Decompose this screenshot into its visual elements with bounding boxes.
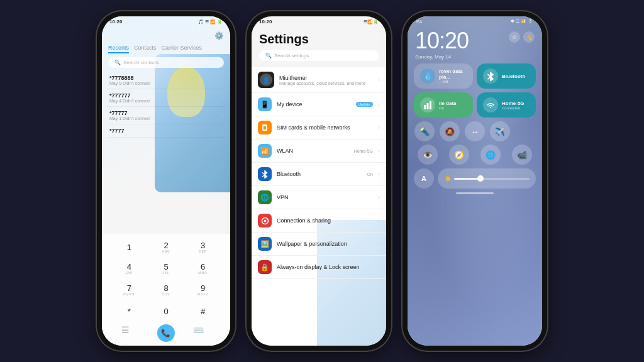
call-button[interactable]: 📞 [157,324,175,342]
chevron-right-icon: › [378,217,380,224]
cc-tile-mobile-data-label: ile data [439,101,467,106]
tab-carrier[interactable]: Carrier Services [162,43,203,53]
mobile-data-icon [420,97,435,112]
home-indicator [456,192,494,194]
cc-tile-mobile-data[interactable]: ile data On [414,92,473,118]
brightness-slider[interactable]: ☀️ [438,168,536,189]
wifi-icon: 📶 [521,19,526,24]
phone-settings: 10:20 ☰📶🔋 Settings 🔍 Search settings 👤 [247,11,391,351]
dialpad-grid: 1 2ABC 3DEF 4GHI 5JKL 6MNO 7PQRS 8TUV 9W… [112,238,220,321]
call-number: *7777 [109,128,125,134]
dial-key-3[interactable]: 3DEF [186,238,220,256]
globe-button[interactable]: 🌐 [480,145,501,165]
eye-button[interactable]: 👁️ [418,145,438,165]
call-date: May 4 Didn't connect [109,99,150,103]
dial-key-8[interactable]: 8TUV [149,280,184,299]
cc-tile-wifi[interactable]: Home-5G Connected [477,92,536,118]
settings-search-placeholder: Search settings [274,53,309,58]
dialer-status-icons: 🎵☰📶🔋 [198,19,223,25]
call-row-2[interactable]: *777777 May 4 Didn't connect › [107,89,225,107]
dialpad-right-placeholder: ⌨️ [193,324,211,342]
settings-search[interactable]: 🔍 Search settings [259,50,379,61]
settings-item-sim[interactable]: SIM cards & mobile networks › [252,116,386,140]
cc-tile-bluetooth-text: Bluetooth [502,74,530,79]
timer-icon[interactable]: ⏱ [509,31,520,43]
call-row-1[interactable]: *7778888 May 9 Didn't connect › [107,72,225,89]
location-button[interactable]: 🧭 [449,145,469,165]
settings-item-device[interactable]: 📱 My device Update › [252,93,386,116]
settings-title: Settings [259,32,379,47]
settings-item-connection[interactable]: Connection & sharing › [252,209,386,233]
settings-item-label: WLAN [277,148,349,154]
settings-item-text: Miuithemer Manage accounts, cloud servic… [279,75,373,85]
dial-key-star[interactable]: * [112,302,147,321]
phone-dialer: 10:20 🎵☰📶🔋 ⚙️ Recents Contacts Carrier S… [97,11,235,351]
sim-icon [258,121,272,134]
dial-key-6[interactable]: 6MNO [186,259,220,278]
settings-item-aod[interactable]: 🔒 Always-on display & Lock screen › [252,256,386,279]
dialer-settings-icon[interactable]: ⚙️ [214,31,224,40]
settings-item-label: Miuithemer [279,75,373,81]
wlan-icon: 📶 [258,144,272,158]
search-icon: 🔍 [114,60,121,65]
dial-key-0[interactable]: 0 [149,302,184,321]
call-date: May 1 Didn't connect [109,116,150,121]
tab-recents[interactable]: Recents [108,43,129,53]
dial-key-9[interactable]: 9WXYZ [186,280,220,299]
settings-item-label: Wallpaper & personalization [277,241,373,247]
no-disturb-button[interactable]: 🔕 [440,121,460,141]
settings-item-label: SIM cards & mobile networks [277,124,373,131]
dial-key-4[interactable]: 4GHI [112,259,147,278]
settings-header: Settings 🔍 Search settings [252,27,386,65]
settings-item-wallpaper[interactable]: 🖼️ Wallpaper & personalization › [252,233,386,256]
settings-item-vpn[interactable]: 🌐 VPN › [252,186,386,209]
cc-tile-wifi-text: Home-5G Connected [502,101,530,110]
dial-key-7[interactable]: 7PQRS [112,280,147,299]
settings-item-bluetooth[interactable]: Bluetooth On › [252,163,386,186]
wifi-tile-icon [483,97,498,112]
call-row-4[interactable]: *7777 [107,124,225,138]
cc-time: 10:20 [415,28,469,54]
chevron-right-icon: › [378,77,380,83]
cc-tile-bluetooth[interactable]: Bluetooth [477,63,536,89]
brightness-bar [454,178,530,180]
chevron-right-icon: › [378,264,380,270]
flashlight-button[interactable]: 🔦 [414,121,435,141]
dial-key-hash[interactable]: # [186,302,220,321]
bluetooth-tile-icon [483,69,498,84]
settings-item-miuithemer[interactable]: 👤 Miuithemer Manage accounts, cloud serv… [252,67,386,93]
chevron-right-icon: › [378,148,380,154]
battery-icon: 🔋 [528,19,533,24]
aod-icon: 🔒 [258,260,272,274]
camera-button[interactable]: 📹 [512,145,532,165]
cc-tile-mobile-data-text: ile data On [439,101,467,110]
dialpad-bottom: ☰ 📞 ⌨️ [112,324,220,342]
cc-tile-data[interactable]: 💧 rown data pla... -- MB [414,63,473,89]
rotate-button[interactable]: ↔️ [465,121,485,141]
settings-item-text: Always-on display & Lock screen [277,264,373,270]
edit-icon[interactable]: ✏️ [523,31,535,43]
signal-icon: ☰ [516,19,519,24]
settings-item-text: Bluetooth [277,171,362,177]
dial-key-5[interactable]: 5JKL [149,259,184,278]
cc-tile-data-text: rown data pla... -- MB [439,69,467,84]
dialpad: 1 2ABC 3DEF 4GHI 5JKL 6MNO 7PQRS 8TUV 9W… [102,234,230,346]
dial-key-2[interactable]: 2ABC [149,238,184,256]
search-placeholder: Search contacts [123,60,159,65]
cc-status-left: EA [416,19,422,24]
cc-tile-mobile-data-sub: On [439,106,467,110]
dialer-status-bar: 10:20 🎵☰📶🔋 [102,16,230,27]
dialer-search[interactable]: 🔍 Search contacts [108,57,224,68]
settings-item-text: VPN [277,194,373,200]
airplane-button[interactable]: ✈️ [490,121,510,141]
brightness-thumb[interactable] [477,175,484,182]
tab-contacts[interactable]: Contacts [134,43,157,53]
accessibility-button[interactable]: A [414,168,434,189]
call-row-3[interactable]: *77777 May 1 Didn't connect › [107,107,225,124]
settings-item-label: My device [277,101,351,107]
settings-wlan-value: Home-5G [354,149,373,153]
settings-item-label: VPN [277,194,373,200]
dialer-top: ⚙️ Recents Contacts Carrier Services 🔍 S… [102,27,230,72]
dial-key-1[interactable]: 1 [112,238,147,256]
settings-item-wlan[interactable]: 📶 WLAN Home-5G › [252,140,386,163]
